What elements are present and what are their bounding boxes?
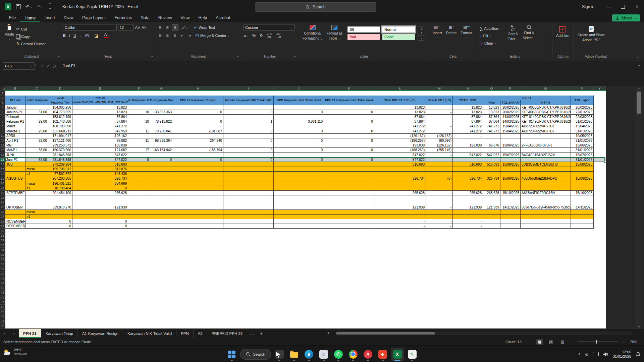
- cell[interactable]: [25, 219, 48, 224]
- column-header-X[interactable]: X: [571, 86, 594, 91]
- cell[interactable]: 166.370.660: [48, 148, 72, 153]
- cell[interactable]: 38,00: [25, 148, 48, 153]
- cell[interactable]: [150, 215, 173, 219]
- cell[interactable]: [594, 105, 606, 110]
- row-header-33[interactable]: 33: [0, 243, 5, 248]
- cell[interactable]: [5, 272, 606, 276]
- cell[interactable]: (60.096): [426, 138, 453, 143]
- cell[interactable]: -183.794: [173, 148, 223, 153]
- cell[interactable]: [594, 191, 606, 195]
- column-header-N[interactable]: N: [453, 86, 483, 91]
- cell[interactable]: 102.740.588: [48, 119, 72, 124]
- cell[interactable]: [483, 158, 500, 162]
- cell[interactable]: 516.693: [453, 162, 483, 167]
- cell[interactable]: -: [453, 134, 483, 138]
- cell[interactable]: 0: [128, 158, 150, 162]
- cell[interactable]: [48, 210, 72, 215]
- normal-view-button[interactable]: ▦: [536, 339, 543, 345]
- cell[interactable]: -: [374, 224, 426, 229]
- row-header-40[interactable]: 40: [0, 276, 5, 281]
- cell[interactable]: [150, 200, 173, 205]
- cell-style-normal[interactable]: Normal: [382, 26, 416, 33]
- row-header-48[interactable]: 48: [0, 314, 5, 319]
- cell[interactable]: [483, 138, 500, 143]
- cell[interactable]: [150, 181, 173, 186]
- cell[interactable]: 0: [274, 148, 324, 153]
- cell[interactable]: [594, 124, 606, 129]
- number-format-select[interactable]: Custom⌄: [244, 24, 294, 31]
- column-header-J[interactable]: J: [274, 86, 324, 91]
- cell[interactable]: 15/08/2025: [571, 162, 594, 167]
- cell[interactable]: [5, 167, 25, 172]
- cell[interactable]: -126.162: [72, 134, 128, 138]
- cell[interactable]: [5, 172, 25, 176]
- cell[interactable]: [594, 176, 606, 181]
- cell[interactable]: KET-00530/PBK-CT/KPP.0616/2025: [521, 105, 571, 110]
- cell[interactable]: [521, 138, 571, 143]
- cell[interactable]: 0: [72, 219, 128, 224]
- status-count[interactable]: Count: 13: [505, 340, 522, 344]
- cell[interactable]: 15/10/2025: [500, 191, 521, 195]
- row-header-43[interactable]: 43: [0, 291, 5, 295]
- cell[interactable]: [594, 96, 606, 105]
- cell[interactable]: 87.864: [483, 115, 500, 119]
- borders-icon[interactable]: ⊞⌄: [85, 33, 91, 38]
- display-icon[interactable]: [593, 352, 599, 356]
- cell[interactable]: 13.823: [453, 110, 483, 115]
- cell[interactable]: [173, 186, 223, 191]
- cell[interactable]: 0: [324, 129, 374, 134]
- cell[interactable]: [521, 186, 571, 191]
- row-header-5[interactable]: 5: [0, 110, 5, 115]
- cell[interactable]: 5DB3C2MDTCLMSUH8: [521, 162, 571, 167]
- cell[interactable]: [5, 91, 606, 96]
- search-box[interactable]: Search: [255, 2, 376, 12]
- header-g[interactable]: DPP Karyawan Resign: [150, 96, 173, 105]
- cell[interactable]: [594, 129, 606, 134]
- cell[interactable]: [483, 148, 500, 153]
- page-layout-view-button[interactable]: ▤: [548, 339, 554, 345]
- row-header-37[interactable]: 37: [0, 262, 5, 267]
- header-l[interactable]: Total PPh 21 KB/ (LB): [374, 96, 426, 105]
- cell[interactable]: Maret-P1: [5, 129, 25, 134]
- cell[interactable]: [324, 205, 374, 210]
- cell[interactable]: 326.734: [374, 176, 426, 181]
- create-share-pdf-button[interactable]: ⟳ Create and ShareAdobe PDF: [576, 25, 607, 43]
- header-pph21[interactable]: PPH 21: [72, 96, 128, 100]
- row-header-34[interactable]: 34: [0, 248, 5, 252]
- cell[interactable]: [25, 153, 48, 157]
- cell[interactable]: [324, 105, 374, 110]
- cell[interactable]: [150, 143, 173, 148]
- cell[interactable]: 547.022: [72, 153, 128, 157]
- alignment-dialog-launcher[interactable]: ↘: [236, 55, 239, 58]
- cell[interactable]: [274, 215, 324, 219]
- cell[interactable]: [324, 210, 374, 215]
- cell[interactable]: 15/10/2025: [571, 191, 594, 195]
- cell[interactable]: [500, 215, 521, 219]
- cell[interactable]: 87.864: [374, 115, 426, 119]
- cell[interactable]: [5, 310, 606, 314]
- row-header-8[interactable]: 8: [0, 124, 5, 129]
- cell-style-bad[interactable]: Bad: [347, 34, 381, 40]
- cell[interactable]: 15/07/2025: [571, 153, 594, 157]
- cell[interactable]: 31,00: [25, 110, 48, 115]
- cell[interactable]: 883e7f5b-0e2f-4568-8cfc-753bd94fb: [521, 205, 571, 210]
- cell[interactable]: 31/01/2026: [571, 138, 594, 143]
- bold-button[interactable]: B: [63, 34, 66, 38]
- cell[interactable]: 15/09/2025: [500, 176, 521, 181]
- cell[interactable]: 547.022: [453, 153, 483, 157]
- sheet-tab-a2[interactable]: A2: [194, 329, 207, 338]
- cell[interactable]: [5, 281, 606, 286]
- cell[interactable]: [223, 219, 274, 224]
- cell[interactable]: [453, 181, 483, 186]
- increase-indent-icon[interactable]: ⇥: [186, 33, 193, 38]
- cell[interactable]: [5, 186, 25, 191]
- cell[interactable]: -: [426, 105, 453, 110]
- cell[interactable]: 15/04/2025: [500, 124, 521, 129]
- cell[interactable]: [150, 134, 173, 138]
- cell[interactable]: 13.823: [483, 110, 500, 115]
- cell[interactable]: [324, 153, 374, 157]
- header-n[interactable]: TOTAL SSP: [453, 96, 483, 105]
- cell[interactable]: [274, 195, 324, 200]
- cell[interactable]: 741.272: [374, 124, 426, 129]
- cell[interactable]: [324, 167, 374, 172]
